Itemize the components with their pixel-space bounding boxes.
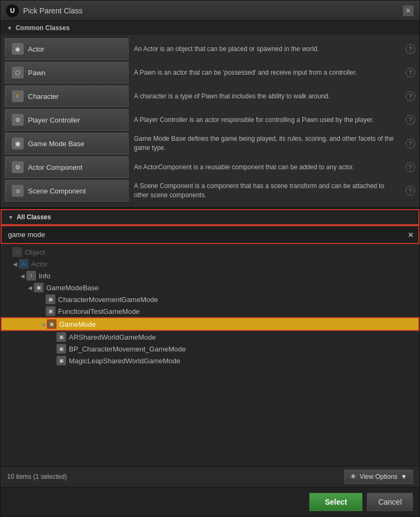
common-classes-list: ◉ Actor An Actor is an object that can b… <box>1 35 419 207</box>
all-classes-label: All Classes <box>17 213 51 221</box>
actor-tree-icon: A <box>19 259 29 269</box>
actor-component-help-icon[interactable]: ? <box>405 162 415 172</box>
character-item: 🚶 Character A character is a type of Paw… <box>5 85 415 107</box>
player-controller-item: ⚙ Player Controller A Player Controller … <box>5 109 415 131</box>
view-options-button[interactable]: 👁 View Options ▼ <box>344 470 413 484</box>
magicleap-icon: ▣ <box>56 356 66 365</box>
charmovement-label: CharacterMovementGameMode <box>58 296 158 304</box>
close-button[interactable]: ✕ <box>402 5 414 17</box>
actor-desc: An Actor is an object that can be placed… <box>129 45 405 54</box>
charmovement-icon: ▣ <box>46 295 55 304</box>
bpchar-icon: ▣ <box>56 344 66 354</box>
tree-node-magicleap[interactable]: ▣ MagicLeapSharedWorldGameMode <box>1 355 419 367</box>
tree-node-charmovement[interactable]: ▣ CharacterMovementGameMode <box>1 293 419 305</box>
view-options-label: View Options <box>360 473 397 480</box>
game-mode-base-icon: ▣ <box>12 138 24 149</box>
scene-component-desc: A Scene Component is a component that ha… <box>129 182 405 200</box>
object-icon: ○ <box>12 247 22 257</box>
scene-component-label: Scene Component <box>28 187 86 195</box>
select-button[interactable]: Select <box>309 493 362 511</box>
tree-arrow: ◀ <box>39 321 47 327</box>
player-controller-desc: A Player Controller is an actor responsi… <box>129 116 405 125</box>
actor-tree-label: Actor <box>31 260 47 268</box>
functional-label: FunctionalTestGameMode <box>58 307 140 315</box>
scene-component-button[interactable]: ⧆ Scene Component <box>5 180 129 202</box>
character-button[interactable]: 🚶 Character <box>5 85 129 107</box>
actor-button[interactable]: ◉ Actor <box>5 38 129 60</box>
character-desc: A character is a type of Pawn that inclu… <box>129 92 405 101</box>
game-mode-base-item: ▣ Game Mode Base Game Mode Base defines … <box>5 133 415 154</box>
tree-node-bpchar[interactable]: ▣ BP_CharacterMovement_GameMode <box>1 343 419 355</box>
actor-help-icon[interactable]: ? <box>405 44 415 54</box>
player-controller-help-icon[interactable]: ? <box>405 115 415 125</box>
gamemodebase-icon: ▣ <box>34 283 44 292</box>
player-controller-label: Player Controller <box>28 116 80 124</box>
object-label: Object <box>25 248 45 256</box>
gamemode-icon: ▣ <box>47 319 56 329</box>
game-mode-base-label: Game Mode Base <box>28 140 84 148</box>
info-label: Info <box>39 272 51 280</box>
status-text: 10 items (1 selected) <box>7 473 67 480</box>
actor-label: Actor <box>28 45 44 53</box>
player-controller-button[interactable]: ⚙ Player Controller <box>5 109 129 131</box>
title-bar-left: U Pick Parent Class <box>6 4 82 17</box>
game-mode-base-button[interactable]: ▣ Game Mode Base <box>5 133 129 154</box>
tree-node-info[interactable]: ◀ i Info <box>1 270 419 282</box>
info-icon: i <box>26 271 36 281</box>
collapse-icon: ▼ <box>7 25 12 31</box>
tree-node-gamemode[interactable]: ◀ ▣ GameMode <box>1 317 419 331</box>
game-mode-base-help-icon[interactable]: ? <box>405 139 415 148</box>
common-classes-label: Common Classes <box>16 24 70 32</box>
scene-component-item: ⧆ Scene Component A Scene Component is a… <box>5 180 415 202</box>
button-row: Select Cancel <box>1 487 419 516</box>
pawn-help-icon[interactable]: ? <box>405 68 415 77</box>
all-classes-section: ▼ All Classes ✕ ○ Object ◀ A Actor <box>1 209 419 487</box>
pawn-item: ⬡ Pawn A Pawn is an actor that can be 'p… <box>5 62 415 83</box>
search-row: ✕ <box>1 225 419 244</box>
game-mode-base-desc: Game Mode Base defines the game being pl… <box>129 134 405 153</box>
cancel-button[interactable]: Cancel <box>367 493 413 511</box>
actor-component-button[interactable]: ⚙ Actor Component <box>5 156 129 178</box>
actor-component-icon: ⚙ <box>12 161 24 173</box>
character-help-icon[interactable]: ? <box>405 91 415 101</box>
character-label: Character <box>28 92 59 100</box>
pick-parent-class-dialog: U Pick Parent Class ✕ ▼ Common Classes ◉… <box>0 0 420 517</box>
tree-node-functional[interactable]: ▣ FunctionalTestGameMode <box>1 305 419 317</box>
pawn-icon: ⬡ <box>12 67 24 78</box>
dialog-title: Pick Parent Class <box>23 6 82 15</box>
actor-icon: ◉ <box>12 43 24 55</box>
status-bar: 10 items (1 selected) 👁 View Options ▼ <box>1 466 419 487</box>
actor-component-desc: An ActorComponent is a reusable componen… <box>129 163 405 172</box>
search-clear-button[interactable]: ✕ <box>408 231 414 239</box>
actor-component-label: Actor Component <box>28 163 82 171</box>
tree-area[interactable]: ○ Object ◀ A Actor ◀ i Info ◀ ▣ <box>1 244 419 466</box>
bpchar-label: BP_CharacterMovement_GameMode <box>69 345 186 353</box>
tree-node-arshared[interactable]: ▣ ARSharedWorldGameMode <box>1 331 419 343</box>
eye-icon: 👁 <box>350 473 357 480</box>
chevron-down-icon: ▼ <box>401 473 407 480</box>
all-classes-header: ▼ All Classes <box>1 209 419 225</box>
functional-icon: ▣ <box>46 306 55 316</box>
tree-node-object[interactable]: ○ Object <box>1 246 419 258</box>
gamemodebase-label: GameModeBase <box>46 284 99 292</box>
tree-arrow: ◀ <box>19 273 26 279</box>
gamemode-label: GameMode <box>59 320 96 328</box>
tree-node-gamemodebase[interactable]: ◀ ▣ GameModeBase <box>1 282 419 293</box>
search-input[interactable] <box>6 228 408 241</box>
scene-component-help-icon[interactable]: ? <box>405 186 415 196</box>
arshared-icon: ▣ <box>56 332 66 342</box>
pawn-desc: A Pawn is an actor that can be 'possesse… <box>129 68 405 77</box>
tree-arrow: ◀ <box>11 261 19 267</box>
character-icon: 🚶 <box>12 90 24 102</box>
magicleap-label: MagicLeapSharedWorldGameMode <box>69 357 180 365</box>
pawn-button[interactable]: ⬡ Pawn <box>5 62 129 83</box>
actor-component-item: ⚙ Actor Component An ActorComponent is a… <box>5 156 415 178</box>
actor-item: ◉ Actor An Actor is an object that can b… <box>5 38 415 60</box>
player-controller-icon: ⚙ <box>12 114 24 126</box>
ue-logo: U <box>6 4 19 17</box>
title-bar: U Pick Parent Class ✕ <box>1 1 419 21</box>
common-classes-header: ▼ Common Classes <box>1 21 419 35</box>
tree-node-actor[interactable]: ◀ A Actor <box>1 258 419 270</box>
all-classes-collapse-icon: ▼ <box>8 214 13 220</box>
scene-component-icon: ⧆ <box>12 185 24 197</box>
